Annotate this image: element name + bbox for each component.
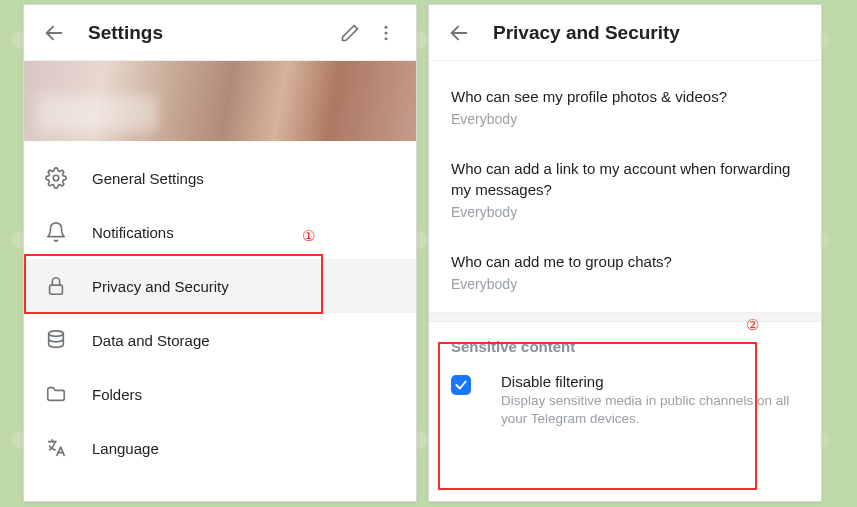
disable-filtering-description: Display sensitive media in public channe… bbox=[501, 392, 799, 428]
edit-button[interactable] bbox=[332, 15, 368, 51]
sidebar-item-general[interactable]: General Settings bbox=[24, 151, 416, 205]
bell-icon bbox=[44, 220, 68, 244]
privacy-title: Privacy and Security bbox=[493, 22, 809, 44]
privacy-row-group-chats[interactable]: Who can add me to group chats? Everybody bbox=[429, 234, 821, 312]
sidebar-item-label: Data and Storage bbox=[92, 332, 210, 349]
arrow-left-icon bbox=[448, 22, 470, 44]
disable-filtering-label: Disable filtering bbox=[501, 373, 799, 390]
privacy-row-value: Everybody bbox=[451, 111, 799, 127]
sidebar-item-label: Notifications bbox=[92, 224, 174, 241]
sidebar-item-data-storage[interactable]: Data and Storage bbox=[24, 313, 416, 367]
folder-icon bbox=[44, 382, 68, 406]
lock-icon bbox=[44, 274, 68, 298]
sidebar-item-label: Folders bbox=[92, 386, 142, 403]
sidebar-item-label: Language bbox=[92, 440, 159, 457]
svg-point-2 bbox=[385, 31, 388, 34]
profile-hero[interactable] bbox=[24, 61, 416, 141]
privacy-row-value: Everybody bbox=[451, 204, 799, 220]
disable-filtering-body: Disable filtering Display sensitive medi… bbox=[501, 373, 799, 428]
privacy-row-question: Who can see my profile photos & videos? bbox=[451, 87, 799, 107]
settings-title: Settings bbox=[88, 22, 332, 44]
gear-icon bbox=[44, 166, 68, 190]
privacy-row-forward-link[interactable]: Who can add a link to my account when fo… bbox=[429, 141, 821, 234]
back-button[interactable] bbox=[36, 15, 72, 51]
svg-point-4 bbox=[53, 175, 59, 181]
sidebar-item-privacy[interactable]: Privacy and Security bbox=[24, 259, 416, 313]
privacy-row-question: Who can add a link to my account when fo… bbox=[451, 159, 799, 200]
sidebar-item-notifications[interactable]: Notifications bbox=[24, 205, 416, 259]
settings-header: Settings bbox=[24, 5, 416, 61]
callout-number-1: ① bbox=[302, 227, 315, 245]
privacy-row-value: Everybody bbox=[451, 276, 799, 292]
sidebar-item-language[interactable]: Language bbox=[24, 421, 416, 475]
svg-rect-5 bbox=[50, 285, 63, 294]
profile-name-blur bbox=[38, 95, 158, 131]
settings-panel: Settings General Settings Notifications bbox=[23, 4, 417, 502]
privacy-header: Privacy and Security bbox=[429, 5, 821, 61]
check-icon bbox=[454, 378, 468, 392]
sidebar-item-folders[interactable]: Folders bbox=[24, 367, 416, 421]
privacy-panel: Privacy and Security Who can see my prof… bbox=[428, 4, 822, 502]
sidebar-item-label: General Settings bbox=[92, 170, 204, 187]
privacy-row-profile-photos[interactable]: Who can see my profile photos & videos? … bbox=[429, 61, 821, 141]
back-button[interactable] bbox=[441, 15, 477, 51]
svg-point-1 bbox=[385, 25, 388, 28]
disable-filtering-checkbox[interactable] bbox=[451, 375, 471, 395]
more-vertical-icon bbox=[376, 23, 396, 43]
more-button[interactable] bbox=[368, 15, 404, 51]
section-divider bbox=[429, 312, 821, 322]
privacy-row-question: Who can add me to group chats? bbox=[451, 252, 799, 272]
svg-point-3 bbox=[385, 37, 388, 40]
language-icon bbox=[44, 436, 68, 460]
disable-filtering-row[interactable]: Disable filtering Display sensitive medi… bbox=[429, 363, 821, 444]
sidebar-item-label: Privacy and Security bbox=[92, 278, 229, 295]
settings-list: General Settings Notifications Privacy a… bbox=[24, 141, 416, 475]
pencil-icon bbox=[340, 23, 360, 43]
arrow-left-icon bbox=[43, 22, 65, 44]
svg-point-6 bbox=[49, 331, 64, 337]
callout-number-2: ② bbox=[746, 316, 759, 334]
database-icon bbox=[44, 328, 68, 352]
sensitive-content-header: Sensitive content bbox=[429, 322, 821, 363]
